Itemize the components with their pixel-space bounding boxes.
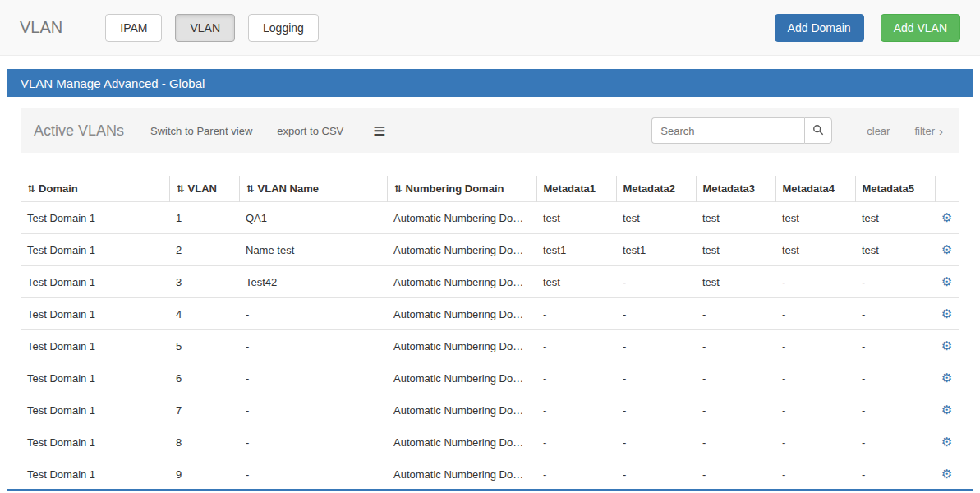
cell-actions: ⚙ <box>935 266 959 298</box>
cell-m4: test <box>775 234 855 266</box>
nav-tab-ipam[interactable]: IPAM <box>105 14 162 42</box>
cell-m5: - <box>855 330 935 362</box>
column-label: Metadata5 <box>863 182 915 195</box>
cell-vlan: 10 <box>169 491 239 492</box>
cell-m5: test <box>855 202 935 234</box>
clear-link[interactable]: clear <box>867 125 890 137</box>
cell-name: - <box>239 298 387 330</box>
search-button[interactable] <box>804 117 832 144</box>
cell-actions: ⚙ <box>935 426 959 458</box>
cell-numbering: Automatic Numbering Doma... <box>387 330 536 362</box>
column-label: VLAN <box>188 182 217 195</box>
cell-domain: Test Domain 1 <box>21 234 169 266</box>
cell-domain: Test Domain 1 <box>21 362 169 394</box>
cell-actions: ⚙ <box>935 202 959 234</box>
sort-icon: ⇅ <box>177 183 185 195</box>
cell-numbering: Automatic Numbering Doma... <box>387 394 536 426</box>
cell-m2: - <box>616 426 696 458</box>
column-label: Metadata1 <box>544 182 596 195</box>
row-settings-gear-icon[interactable]: ⚙ <box>941 242 952 256</box>
table-row: Test Domain 12Name testAutomatic Numberi… <box>21 234 959 266</box>
row-settings-gear-icon[interactable]: ⚙ <box>941 274 952 288</box>
cell-m3: test <box>696 234 775 266</box>
cell-name: - <box>239 458 387 491</box>
table-row: Test Domain 15-Automatic Numbering Doma.… <box>21 330 959 362</box>
cell-m4: - <box>775 458 855 491</box>
panel-body: Active VLANs Switch to Parent view expor… <box>7 97 973 491</box>
cell-m1: test <box>536 266 616 298</box>
cell-name: - <box>239 491 387 492</box>
add-domain-button[interactable]: Add Domain <box>775 14 864 42</box>
sort-icon: ⇅ <box>394 183 403 195</box>
row-settings-gear-icon[interactable]: ⚙ <box>941 435 952 449</box>
filter-link[interactable]: filter› <box>914 124 943 138</box>
search-input[interactable] <box>651 117 804 144</box>
cell-domain: Test Domain 1 <box>21 491 169 492</box>
table-row: Test Domain 11QA1Automatic Numbering Dom… <box>21 202 959 234</box>
export-to-csv-link[interactable]: export to CSV <box>277 125 343 137</box>
cell-m3: - <box>696 491 775 492</box>
cell-m1: - <box>536 362 616 394</box>
table-row: Test Domain 18-Automatic Numbering Doma.… <box>21 426 959 458</box>
cell-vlan: 9 <box>169 458 239 491</box>
cell-actions: ⚙ <box>935 298 959 330</box>
sort-icon: ⇅ <box>246 183 255 195</box>
cell-m5: - <box>855 458 935 491</box>
cell-m4: - <box>775 491 855 492</box>
row-settings-gear-icon[interactable]: ⚙ <box>941 306 952 320</box>
cell-m1: - <box>536 298 616 330</box>
cell-domain: Test Domain 1 <box>21 202 169 234</box>
cell-numbering: Automatic Numbering Doma... <box>387 491 536 492</box>
table-row: Test Domain 13Test42Automatic Numbering … <box>21 266 959 298</box>
row-settings-gear-icon[interactable]: ⚙ <box>941 371 952 385</box>
cell-name: - <box>239 394 387 426</box>
add-vlan-button[interactable]: Add VLAN <box>881 14 960 42</box>
cell-name: - <box>239 330 387 362</box>
cell-domain: Test Domain 1 <box>21 298 169 330</box>
cell-actions: ⚙ <box>935 458 959 491</box>
cell-m3: - <box>696 458 775 491</box>
cell-vlan: 3 <box>169 266 239 298</box>
nav-tab-vlan[interactable]: VLAN <box>175 14 235 42</box>
row-settings-gear-icon[interactable]: ⚙ <box>941 403 952 417</box>
column-header-vlan[interactable]: ⇅VLAN <box>169 176 239 202</box>
cell-m5: test <box>855 234 935 266</box>
row-settings-gear-icon[interactable]: ⚙ <box>941 210 952 224</box>
cell-m3: - <box>696 426 775 458</box>
row-settings-gear-icon[interactable]: ⚙ <box>941 467 952 481</box>
cell-m4: - <box>775 266 855 298</box>
cell-m5: - <box>855 491 935 492</box>
cell-m2: test1 <box>616 234 696 266</box>
cell-m4: - <box>775 426 855 458</box>
vlan-table: ⇅Domain⇅VLAN⇅VLAN Name⇅Numbering DomainM… <box>21 176 959 491</box>
cell-vlan: 8 <box>169 426 239 458</box>
table-row: Test Domain 19-Automatic Numbering Doma.… <box>21 458 959 491</box>
cell-m2: - <box>616 298 696 330</box>
table-row: Test Domain 16-Automatic Numbering Doma.… <box>21 362 959 394</box>
cell-numbering: Automatic Numbering Doma... <box>387 234 536 266</box>
table-header-row: ⇅Domain⇅VLAN⇅VLAN Name⇅Numbering DomainM… <box>21 176 959 202</box>
column-label: Metadata2 <box>623 182 676 195</box>
cell-m3: - <box>696 394 775 426</box>
nav-tab-logging[interactable]: Logging <box>248 14 319 42</box>
column-header-name[interactable]: ⇅VLAN Name <box>239 176 387 202</box>
cell-name: Name test <box>239 234 387 266</box>
column-header-domain[interactable]: ⇅Domain <box>21 176 169 202</box>
switch-to-parent-view-link[interactable]: Switch to Parent view <box>150 125 252 137</box>
cell-m1: - <box>536 330 616 362</box>
cell-m2: - <box>616 491 696 492</box>
column-header-numbering[interactable]: ⇅Numbering Domain <box>387 176 536 202</box>
row-settings-gear-icon[interactable]: ⚙ <box>941 339 952 352</box>
filter-link-label: filter <box>914 125 935 137</box>
active-vlans-title: Active VLANs <box>34 122 124 140</box>
column-label: Numbering Domain <box>406 182 504 195</box>
column-header-m3: Metadata3 <box>696 176 775 202</box>
cell-m4: - <box>775 298 855 330</box>
search-icon <box>812 124 824 138</box>
top-bar: VLAN IPAMVLANLogging Add Domain Add VLAN <box>0 0 980 56</box>
cell-m5: - <box>855 362 935 394</box>
cell-numbering: Automatic Numbering Doma... <box>387 202 536 234</box>
menu-icon[interactable]: ≡ <box>373 120 385 141</box>
cell-name: QA1 <box>239 202 387 234</box>
panel-title: VLAN Manage Advanced - Global <box>7 70 973 97</box>
